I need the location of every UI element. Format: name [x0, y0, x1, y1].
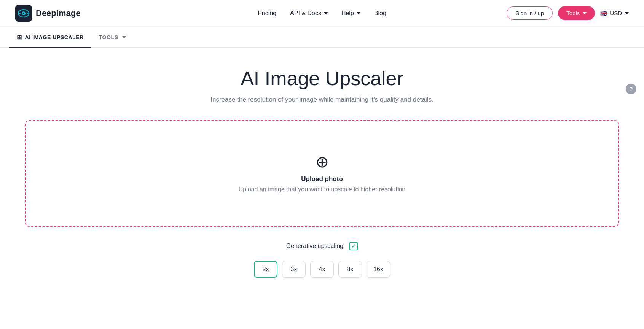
scale-btn-2x[interactable]: 2x	[254, 261, 277, 278]
generative-upscaling-label: Generative upscaling	[286, 243, 343, 250]
upload-zone[interactable]: ⊕ Upload photo Upload an image that you …	[25, 120, 619, 227]
currency-dropdown-icon	[625, 12, 629, 14]
language-selector[interactable]: 🇬🇧 USD	[600, 10, 629, 17]
tools-tab-dropdown-icon	[122, 36, 126, 38]
page-title: AI Image Upscaler	[241, 67, 403, 90]
tab-tools[interactable]: TOOLS	[91, 27, 134, 46]
signin-button[interactable]: Sign in / up	[507, 6, 553, 20]
scale-btn-4x[interactable]: 4x	[310, 261, 334, 278]
page-subtitle: Increase the resolution of your image wh…	[210, 96, 433, 103]
help-dropdown-icon	[357, 12, 360, 14]
tab-ai-upscaler[interactable]: ⊞ AI IMAGE UPSCALER	[9, 27, 91, 48]
checkbox-check-icon: ✓	[351, 243, 356, 249]
logo-icon	[15, 5, 32, 22]
scale-btn-3x[interactable]: 3x	[282, 261, 306, 278]
scale-buttons: 2x 3x 4x 8x 16x	[254, 261, 390, 278]
nav-blog[interactable]: Blog	[374, 10, 386, 17]
upload-desc: Upload an image that you want to upscale…	[239, 186, 406, 193]
main-nav: Pricing API & Docs Help Blog	[258, 10, 386, 17]
logo-text: DeepImage	[36, 8, 80, 18]
nav-pricing[interactable]: Pricing	[258, 10, 276, 17]
nav-api-docs[interactable]: API & Docs	[290, 10, 328, 17]
upload-plus-icon: ⊕	[316, 154, 329, 170]
api-docs-dropdown-icon	[324, 12, 328, 14]
scale-btn-8x[interactable]: 8x	[338, 261, 362, 278]
tabs-bar: ⊞ AI IMAGE UPSCALER TOOLS	[0, 27, 644, 48]
flag-icon: 🇬🇧	[600, 10, 607, 17]
tools-dropdown-icon	[583, 12, 587, 14]
tools-button[interactable]: Tools	[558, 6, 595, 20]
scale-btn-16x[interactable]: 16x	[367, 261, 390, 278]
logo[interactable]: DeepImage	[15, 5, 80, 22]
svg-point-3	[23, 13, 24, 14]
tab-upscaler-icon: ⊞	[17, 33, 22, 41]
generative-upscaling-row: Generative upscaling ✓	[286, 242, 358, 250]
help-circle-button[interactable]: ?	[626, 84, 636, 94]
header-actions: Sign in / up Tools 🇬🇧 USD	[507, 6, 629, 20]
generative-upscaling-checkbox-wrap: ✓	[349, 242, 358, 250]
main-content: AI Image Upscaler Increase the resolutio…	[0, 48, 644, 293]
generative-upscaling-checkbox[interactable]: ✓	[349, 242, 358, 250]
nav-help[interactable]: Help	[341, 10, 360, 17]
header: DeepImage Pricing API & Docs Help Blog S…	[0, 0, 644, 27]
upload-title: Upload photo	[301, 175, 343, 183]
